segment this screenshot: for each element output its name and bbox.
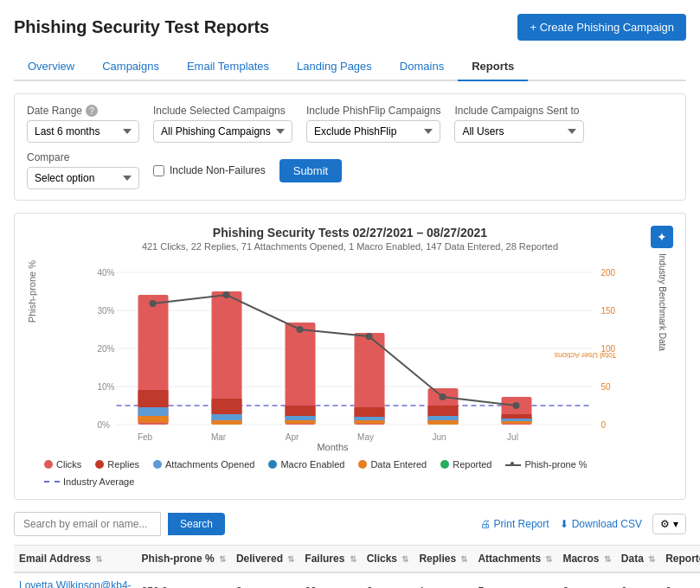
svg-rect-22 [212, 399, 242, 414]
include-sent-to-select[interactable]: All Users Selected Users [454, 120, 584, 143]
sort-macros-icon: ⇅ [604, 554, 611, 564]
chart-subtitle: 421 Clicks, 22 Replies, 71 Attachments O… [27, 241, 673, 252]
svg-text:50: 50 [601, 382, 612, 392]
date-range-help-icon[interactable]: ? [86, 105, 98, 117]
svg-text:Feb: Feb [138, 432, 153, 442]
page-title: Phishing Security Test Reports [14, 17, 269, 37]
svg-rect-34 [428, 406, 459, 418]
page-header: Phishing Security Test Reports + Create … [14, 14, 686, 41]
chart-title: Phishing Security Tests 02/27/2021 – 08/… [27, 226, 673, 240]
sort-attachments-icon: ⇅ [545, 554, 552, 564]
col-attachments[interactable]: Attachments ⇅ [472, 546, 557, 573]
legend-macro-label: Macro Enabled [280, 459, 344, 470]
y-axis-label: Phish-prone % [27, 260, 37, 323]
svg-rect-36 [428, 420, 459, 425]
include-phishflip-select[interactable]: Exclude PhishFlip Include PhishFlip [306, 120, 440, 143]
svg-text:Apr: Apr [286, 432, 299, 442]
table-actions: 🖨 Print Report ⬇ Download CSV ⚙ ▾ [480, 514, 686, 534]
print-label: Print Report [494, 518, 549, 530]
replies-dot [95, 460, 104, 469]
include-campaigns-label: Include Selected Campaigns [153, 105, 292, 117]
search-input[interactable] [14, 512, 161, 536]
search-button[interactable]: Search [168, 513, 225, 535]
print-report-link[interactable]: 🖨 Print Report [480, 518, 549, 530]
legend-industry-avg: Industry Average [44, 476, 134, 487]
include-non-failures-checkbox[interactable] [153, 165, 164, 176]
sort-delivered-icon: ⇅ [287, 554, 294, 564]
svg-point-41 [150, 300, 157, 307]
legend-macro: Macro Enabled [268, 459, 344, 470]
col-phish-prone[interactable]: Phish-prone % ⇅ [137, 546, 231, 573]
filter-panel: Date Range ? Last 6 months Last 3 months… [14, 93, 686, 201]
tab-landing-pages[interactable]: Landing Pages [283, 53, 386, 81]
legend-clicks: Clicks [44, 459, 81, 470]
chart-section: ✦ Industry Benchmark Data Phishing Secur… [14, 213, 686, 500]
svg-rect-19 [138, 407, 169, 416]
svg-rect-26 [286, 406, 316, 418]
col-delivered[interactable]: Delivered ⇅ [231, 546, 299, 573]
legend-attachments: Attachments Opened [153, 459, 254, 470]
date-range-label: Date Range ? [27, 105, 139, 117]
clicks-dot [44, 460, 53, 469]
chart-svg: 40% 30% 20% 10% 0% 200 150 100 50 0 Tota… [44, 260, 673, 451]
col-email[interactable]: Email Address ⇅ [14, 546, 137, 573]
col-clicks[interactable]: Clicks ⇅ [362, 546, 414, 573]
svg-text:0%: 0% [98, 420, 111, 430]
svg-rect-18 [138, 390, 169, 407]
cell-clicks: 6 [362, 572, 414, 588]
tab-campaigns[interactable]: Campaigns [88, 53, 173, 81]
svg-rect-28 [286, 420, 316, 424]
compare-select[interactable]: Select option [27, 167, 139, 189]
sort-clicks-icon: ⇅ [401, 554, 408, 564]
tab-overview[interactable]: Overview [14, 53, 88, 81]
date-range-select[interactable]: Last 6 months Last 3 months Last month C… [27, 120, 139, 143]
legend-reported-label: Reported [453, 459, 491, 470]
table-row: Lovetta.Wilkinson@kb4-demo.com 250.0 8 2… [14, 572, 700, 588]
col-macros[interactable]: Macros ⇅ [557, 546, 615, 573]
svg-rect-40 [502, 421, 532, 424]
svg-text:200: 200 [601, 268, 616, 278]
include-campaigns-filter: Include Selected Campaigns All Phishing … [153, 105, 292, 143]
gear-icon: ⚙ [660, 518, 670, 530]
svg-point-44 [366, 333, 373, 340]
svg-text:Total User Actions: Total User Actions [554, 351, 617, 360]
svg-text:30%: 30% [98, 306, 115, 316]
table-controls: Search 🖨 Print Report ⬇ Download CSV ⚙ ▾ [14, 512, 686, 536]
settings-button[interactable]: ⚙ ▾ [652, 514, 686, 534]
table-header: Email Address ⇅ Phish-prone % ⇅ Delivere… [14, 546, 700, 573]
download-icon: ⬇ [560, 518, 568, 530]
sort-data-icon: ⇅ [648, 554, 655, 564]
col-replies[interactable]: Replies ⇅ [414, 546, 472, 573]
cell-failures: 20 [299, 572, 361, 588]
chart-legend: Clicks Replies Attachments Opened Macro … [44, 459, 673, 487]
tab-email-templates[interactable]: Email Templates [173, 53, 283, 81]
svg-text:40%: 40% [98, 268, 115, 278]
legend-data-entered: Data Entered [358, 459, 427, 470]
industry-avg-line [44, 481, 60, 483]
chevron-down-icon: ▾ [673, 518, 678, 530]
printer-icon: 🖨 [480, 518, 491, 530]
tab-domains[interactable]: Domains [386, 53, 458, 81]
include-campaigns-select[interactable]: All Phishing Campaigns Selected Campaign… [153, 120, 292, 143]
email-link[interactable]: Lovetta.Wilkinson@kb4-demo.com [19, 579, 132, 588]
svg-text:Jun: Jun [432, 432, 446, 442]
table-body: Lovetta.Wilkinson@kb4-demo.com 250.0 8 2… [14, 572, 700, 588]
svg-text:Mar: Mar [211, 432, 227, 442]
svg-text:Jul: Jul [507, 432, 518, 442]
col-data[interactable]: Data ⇅ [616, 546, 660, 573]
legend-reported: Reported [440, 459, 491, 470]
submit-button[interactable]: Submit [279, 159, 342, 182]
col-failures[interactable]: Failures ⇅ [299, 546, 361, 573]
col-reported[interactable]: Reported ⇅ [660, 546, 700, 573]
include-non-failures-checkbox-label[interactable]: Include Non-Failures [153, 164, 266, 176]
svg-point-46 [513, 402, 520, 409]
create-campaign-button[interactable]: + Create Phishing Campaign [517, 14, 686, 41]
svg-text:Months: Months [317, 442, 349, 451]
svg-text:150: 150 [601, 306, 616, 316]
tab-reports[interactable]: Reports [458, 53, 528, 81]
cell-email: Lovetta.Wilkinson@kb4-demo.com [14, 572, 137, 588]
benchmark-button[interactable]: ✦ [651, 226, 673, 248]
legend-phish-prone: Phish-prone % [505, 459, 587, 470]
cell-reported: 0 [660, 572, 700, 588]
download-csv-link[interactable]: ⬇ Download CSV [560, 518, 642, 530]
